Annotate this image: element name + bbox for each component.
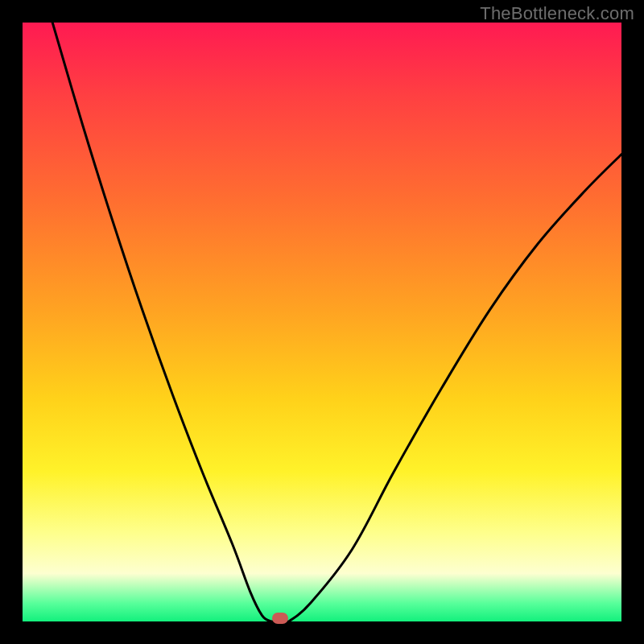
bottleneck-curve [23, 23, 621, 621]
optimum-marker [272, 613, 288, 624]
chart-frame: TheBottleneck.com [0, 0, 644, 644]
watermark-text: TheBottleneck.com [480, 3, 634, 24]
plot-area [23, 23, 621, 621]
